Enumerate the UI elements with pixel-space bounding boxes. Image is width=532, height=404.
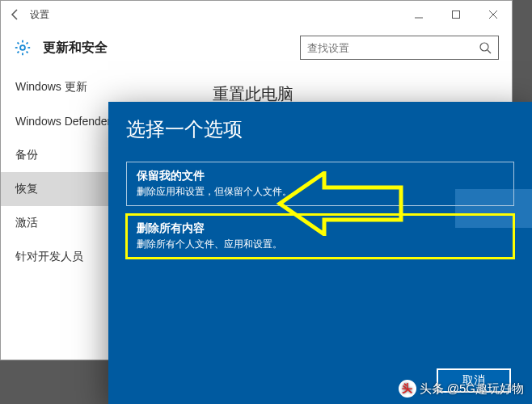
back-arrow-icon xyxy=(9,8,22,21)
option-title: 保留我的文件 xyxy=(137,169,504,183)
window-title: 设置 xyxy=(30,8,49,22)
sidebar-item-label: Windows Defender xyxy=(15,115,111,128)
option-keep-files[interactable]: 保留我的文件 删除应用和设置，但保留个人文件。 xyxy=(126,162,514,206)
svg-line-10 xyxy=(17,52,19,53)
watermark-text: @5G趣玩好物 xyxy=(447,381,524,397)
svg-line-7 xyxy=(17,42,19,44)
sidebar-item-label: Windows 更新 xyxy=(15,80,87,95)
svg-line-8 xyxy=(27,52,28,53)
svg-line-12 xyxy=(488,50,491,53)
watermark-logo-icon: 头 xyxy=(399,380,416,398)
sidebar-item-label: 激活 xyxy=(15,216,38,230)
search-icon xyxy=(479,41,492,54)
svg-point-2 xyxy=(20,45,25,50)
minimize-button[interactable] xyxy=(400,1,437,28)
svg-point-11 xyxy=(480,43,488,51)
watermark: 头 头条 @5G趣玩好物 xyxy=(399,380,524,398)
svg-line-9 xyxy=(27,42,28,44)
reset-modal: 选择一个选项 保留我的文件 删除应用和设置，但保留个人文件。 删除所有内容 删除… xyxy=(108,102,532,404)
gear-icon xyxy=(14,39,32,57)
minimize-icon xyxy=(414,10,424,19)
option-desc: 删除应用和设置，但保留个人文件。 xyxy=(137,185,504,199)
option-desc: 删除所有个人文件、应用和设置。 xyxy=(137,238,504,251)
close-icon xyxy=(488,10,498,19)
sidebar-item-windows-update[interactable]: Windows 更新 xyxy=(1,70,195,104)
close-button[interactable] xyxy=(475,1,512,28)
search-box[interactable] xyxy=(300,36,499,60)
sidebar-item-label: 针对开发人员 xyxy=(15,250,83,264)
maximize-icon xyxy=(451,10,461,19)
option-title: 删除所有内容 xyxy=(137,221,504,236)
option-remove-everything[interactable]: 删除所有内容 删除所有个人文件、应用和设置。 xyxy=(126,214,514,259)
page-header: 更新和安全 xyxy=(1,28,512,67)
svg-rect-1 xyxy=(453,11,460,19)
page-title: 更新和安全 xyxy=(43,40,108,57)
titlebar: 设置 xyxy=(1,1,512,28)
sidebar-item-label: 备份 xyxy=(15,148,38,162)
back-button[interactable] xyxy=(1,1,30,28)
watermark-prefix: 头条 xyxy=(420,381,444,397)
maximize-button[interactable] xyxy=(437,1,475,28)
modal-title: 选择一个选项 xyxy=(108,102,532,154)
sidebar-item-label: 恢复 xyxy=(15,182,38,196)
search-input[interactable] xyxy=(307,42,479,54)
